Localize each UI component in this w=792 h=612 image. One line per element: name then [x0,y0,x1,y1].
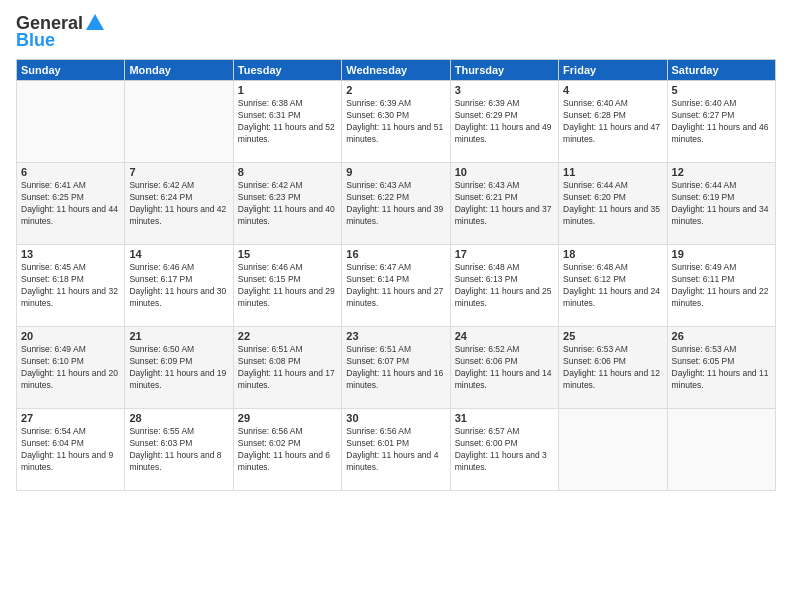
cell-details: Sunrise: 6:51 AM Sunset: 6:07 PM Dayligh… [346,344,445,392]
calendar-cell-0-2: 1Sunrise: 6:38 AM Sunset: 6:31 PM Daylig… [233,81,341,163]
cell-details: Sunrise: 6:40 AM Sunset: 6:28 PM Dayligh… [563,98,662,146]
day-number: 22 [238,330,337,342]
calendar-cell-1-3: 9Sunrise: 6:43 AM Sunset: 6:22 PM Daylig… [342,163,450,245]
calendar-cell-1-6: 12Sunrise: 6:44 AM Sunset: 6:19 PM Dayli… [667,163,775,245]
calendar-cell-2-6: 19Sunrise: 6:49 AM Sunset: 6:11 PM Dayli… [667,245,775,327]
day-number: 25 [563,330,662,342]
calendar-cell-1-5: 11Sunrise: 6:44 AM Sunset: 6:20 PM Dayli… [559,163,667,245]
col-thursday: Thursday [450,60,558,81]
day-number: 10 [455,166,554,178]
cell-details: Sunrise: 6:50 AM Sunset: 6:09 PM Dayligh… [129,344,228,392]
cell-details: Sunrise: 6:54 AM Sunset: 6:04 PM Dayligh… [21,426,120,474]
cell-details: Sunrise: 6:44 AM Sunset: 6:20 PM Dayligh… [563,180,662,228]
calendar-cell-1-2: 8Sunrise: 6:42 AM Sunset: 6:23 PM Daylig… [233,163,341,245]
calendar-cell-3-0: 20Sunrise: 6:49 AM Sunset: 6:10 PM Dayli… [17,327,125,409]
cell-details: Sunrise: 6:42 AM Sunset: 6:23 PM Dayligh… [238,180,337,228]
calendar-table: Sunday Monday Tuesday Wednesday Thursday… [16,59,776,491]
day-number: 28 [129,412,228,424]
day-number: 6 [21,166,120,178]
week-row-1: 6Sunrise: 6:41 AM Sunset: 6:25 PM Daylig… [17,163,776,245]
day-number: 15 [238,248,337,260]
week-row-4: 27Sunrise: 6:54 AM Sunset: 6:04 PM Dayli… [17,409,776,491]
day-number: 27 [21,412,120,424]
week-row-0: 1Sunrise: 6:38 AM Sunset: 6:31 PM Daylig… [17,81,776,163]
day-number: 23 [346,330,445,342]
cell-details: Sunrise: 6:39 AM Sunset: 6:30 PM Dayligh… [346,98,445,146]
cell-details: Sunrise: 6:46 AM Sunset: 6:15 PM Dayligh… [238,262,337,310]
calendar-cell-2-3: 16Sunrise: 6:47 AM Sunset: 6:14 PM Dayli… [342,245,450,327]
cell-details: Sunrise: 6:45 AM Sunset: 6:18 PM Dayligh… [21,262,120,310]
calendar-cell-4-0: 27Sunrise: 6:54 AM Sunset: 6:04 PM Dayli… [17,409,125,491]
calendar-cell-2-4: 17Sunrise: 6:48 AM Sunset: 6:13 PM Dayli… [450,245,558,327]
calendar-cell-3-6: 26Sunrise: 6:53 AM Sunset: 6:05 PM Dayli… [667,327,775,409]
day-number: 17 [455,248,554,260]
day-number: 4 [563,84,662,96]
logo: General Blue [16,12,107,51]
col-wednesday: Wednesday [342,60,450,81]
calendar-cell-0-3: 2Sunrise: 6:39 AM Sunset: 6:30 PM Daylig… [342,81,450,163]
cell-details: Sunrise: 6:49 AM Sunset: 6:11 PM Dayligh… [672,262,771,310]
calendar-cell-3-5: 25Sunrise: 6:53 AM Sunset: 6:06 PM Dayli… [559,327,667,409]
calendar-cell-4-6 [667,409,775,491]
day-number: 8 [238,166,337,178]
cell-details: Sunrise: 6:39 AM Sunset: 6:29 PM Dayligh… [455,98,554,146]
cell-details: Sunrise: 6:56 AM Sunset: 6:01 PM Dayligh… [346,426,445,474]
logo-icon [84,12,106,34]
calendar-cell-3-3: 23Sunrise: 6:51 AM Sunset: 6:07 PM Dayli… [342,327,450,409]
calendar-cell-3-1: 21Sunrise: 6:50 AM Sunset: 6:09 PM Dayli… [125,327,233,409]
cell-details: Sunrise: 6:43 AM Sunset: 6:22 PM Dayligh… [346,180,445,228]
day-number: 19 [672,248,771,260]
calendar-cell-0-5: 4Sunrise: 6:40 AM Sunset: 6:28 PM Daylig… [559,81,667,163]
col-friday: Friday [559,60,667,81]
calendar-cell-4-4: 31Sunrise: 6:57 AM Sunset: 6:00 PM Dayli… [450,409,558,491]
calendar-cell-1-1: 7Sunrise: 6:42 AM Sunset: 6:24 PM Daylig… [125,163,233,245]
day-number: 21 [129,330,228,342]
day-number: 7 [129,166,228,178]
col-sunday: Sunday [17,60,125,81]
col-tuesday: Tuesday [233,60,341,81]
cell-details: Sunrise: 6:52 AM Sunset: 6:06 PM Dayligh… [455,344,554,392]
svg-marker-0 [86,14,104,30]
day-number: 3 [455,84,554,96]
day-number: 12 [672,166,771,178]
cell-details: Sunrise: 6:47 AM Sunset: 6:14 PM Dayligh… [346,262,445,310]
calendar-cell-0-0 [17,81,125,163]
week-row-3: 20Sunrise: 6:49 AM Sunset: 6:10 PM Dayli… [17,327,776,409]
weekday-header-row: Sunday Monday Tuesday Wednesday Thursday… [17,60,776,81]
cell-details: Sunrise: 6:41 AM Sunset: 6:25 PM Dayligh… [21,180,120,228]
calendar-cell-1-4: 10Sunrise: 6:43 AM Sunset: 6:21 PM Dayli… [450,163,558,245]
cell-details: Sunrise: 6:55 AM Sunset: 6:03 PM Dayligh… [129,426,228,474]
cell-details: Sunrise: 6:40 AM Sunset: 6:27 PM Dayligh… [672,98,771,146]
calendar-cell-2-1: 14Sunrise: 6:46 AM Sunset: 6:17 PM Dayli… [125,245,233,327]
cell-details: Sunrise: 6:44 AM Sunset: 6:19 PM Dayligh… [672,180,771,228]
calendar-cell-3-4: 24Sunrise: 6:52 AM Sunset: 6:06 PM Dayli… [450,327,558,409]
cell-details: Sunrise: 6:46 AM Sunset: 6:17 PM Dayligh… [129,262,228,310]
logo-text-blue: Blue [16,30,55,51]
calendar-cell-0-4: 3Sunrise: 6:39 AM Sunset: 6:29 PM Daylig… [450,81,558,163]
calendar-cell-0-6: 5Sunrise: 6:40 AM Sunset: 6:27 PM Daylig… [667,81,775,163]
day-number: 29 [238,412,337,424]
day-number: 24 [455,330,554,342]
cell-details: Sunrise: 6:56 AM Sunset: 6:02 PM Dayligh… [238,426,337,474]
calendar-cell-2-0: 13Sunrise: 6:45 AM Sunset: 6:18 PM Dayli… [17,245,125,327]
cell-details: Sunrise: 6:49 AM Sunset: 6:10 PM Dayligh… [21,344,120,392]
cell-details: Sunrise: 6:38 AM Sunset: 6:31 PM Dayligh… [238,98,337,146]
calendar-cell-4-1: 28Sunrise: 6:55 AM Sunset: 6:03 PM Dayli… [125,409,233,491]
day-number: 30 [346,412,445,424]
cell-details: Sunrise: 6:53 AM Sunset: 6:06 PM Dayligh… [563,344,662,392]
day-number: 5 [672,84,771,96]
cell-details: Sunrise: 6:53 AM Sunset: 6:05 PM Dayligh… [672,344,771,392]
cell-details: Sunrise: 6:51 AM Sunset: 6:08 PM Dayligh… [238,344,337,392]
cell-details: Sunrise: 6:43 AM Sunset: 6:21 PM Dayligh… [455,180,554,228]
page: General Blue Sunday Monday Tuesday Wedne… [0,0,792,612]
calendar-cell-2-2: 15Sunrise: 6:46 AM Sunset: 6:15 PM Dayli… [233,245,341,327]
day-number: 11 [563,166,662,178]
day-number: 18 [563,248,662,260]
day-number: 14 [129,248,228,260]
day-number: 2 [346,84,445,96]
cell-details: Sunrise: 6:57 AM Sunset: 6:00 PM Dayligh… [455,426,554,474]
calendar-cell-4-2: 29Sunrise: 6:56 AM Sunset: 6:02 PM Dayli… [233,409,341,491]
col-saturday: Saturday [667,60,775,81]
day-number: 20 [21,330,120,342]
day-number: 16 [346,248,445,260]
